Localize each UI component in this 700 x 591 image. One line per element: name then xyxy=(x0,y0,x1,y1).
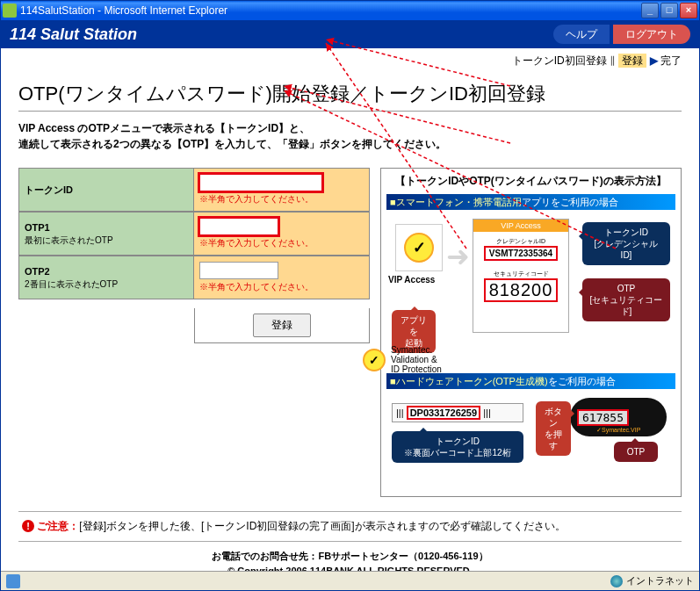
bubble-app: アプリを起動 xyxy=(392,310,436,353)
breadcrumb-step2: 登録 xyxy=(618,54,646,68)
sample-otp: 818200 xyxy=(484,278,559,302)
bubble-otp2: OTP xyxy=(614,442,658,462)
globe-icon xyxy=(610,575,623,587)
otp2-sub: 2番目に表示されたOTP xyxy=(25,278,188,290)
statusbar: イントラネット xyxy=(1,571,699,590)
breadcrumb-step3: 完了 xyxy=(660,54,682,67)
guide-sp-header: ■スマートフォン・携帯電話用アプリをご利用の場合 xyxy=(386,194,675,210)
ie-status-icon xyxy=(6,574,20,588)
ie-icon xyxy=(3,4,17,18)
topbar: 114 Salut Station ヘルプ ログアウト xyxy=(1,20,699,48)
help-button[interactable]: ヘルプ xyxy=(553,25,610,44)
otp2-hint: ※半角で入力してください。 xyxy=(199,281,364,293)
token-label: トークンID xyxy=(18,168,194,212)
titlebar[interactable]: 114SalutStation - Microsoft Internet Exp… xyxy=(1,1,699,20)
otp1-hint: ※半角で入力してください。 xyxy=(199,237,364,249)
guide-hw-header: ■ハードウェアトークン(OTP生成機)をご利用の場合 xyxy=(386,373,675,389)
token-hint: ※半角で入力してください。 xyxy=(199,193,364,205)
guide-title: 【トークンIDやOTP(ワンタイムパスワード)の表示方法】 xyxy=(386,174,675,189)
token-input[interactable] xyxy=(199,174,322,191)
app-screen: VIP Access クレデンシャルIDVSMT72335364 セキュリティコ… xyxy=(473,219,569,333)
lead-line2: 連続して表示される2つの異なる【OTP】を入力して、「登録」ボタンを押してくださ… xyxy=(18,136,682,152)
otp1-sub: 最初に表示されたOTP xyxy=(25,234,188,246)
logout-button[interactable]: ログアウト xyxy=(613,25,690,44)
minimize-button[interactable]: _ xyxy=(641,3,659,18)
breadcrumb: トークンID初回登録 ‖ 登録 ▶ 完了 xyxy=(1,48,699,74)
register-button[interactable]: 登録 xyxy=(253,314,311,337)
content: 114 Salut Station ヘルプ ログアウト トークンID初回登録 ‖… xyxy=(1,20,699,571)
close-button[interactable]: × xyxy=(680,3,697,18)
page-title: OTP(ワンタイムパスワード)開始登録／トークンID初回登録 xyxy=(18,81,682,112)
bubble-tokenid2: トークンID※裏面バーコード上部12桁 xyxy=(392,431,523,463)
app-icon: ✓ xyxy=(395,224,443,271)
bubble-btn: ボタンを押す xyxy=(536,401,571,456)
chevron-right-icon: ▶ xyxy=(650,54,658,67)
maximize-button[interactable]: □ xyxy=(660,3,678,18)
zone-label: イントラネット xyxy=(626,574,694,587)
footer: お電話でのお問合せ先：FBサポートセンター（0120-456-119） © Co… xyxy=(18,542,682,571)
brand: 114 Salut Station xyxy=(10,25,137,44)
otp1-input[interactable] xyxy=(199,218,278,235)
otp2-input[interactable] xyxy=(199,262,278,279)
hw-token: 617855 ✓Symantec.VIP xyxy=(570,398,667,436)
window-title: 114SalutStation - Microsoft Internet Exp… xyxy=(20,4,641,17)
caution: ! ご注意：[登録]ボタンを押した後、[トークンID初回登録の完了画面]が表示さ… xyxy=(18,511,682,542)
check-icon: ✓ xyxy=(404,233,434,263)
bubble-otp: OTP[セキュリティコード] xyxy=(582,278,670,321)
otp2-label: OTP2 xyxy=(25,265,188,277)
hw-token-display: 617855 xyxy=(577,409,629,426)
barcode: ||| DP0331726259 ||| xyxy=(392,403,523,422)
sample-token-id: VSMT72335364 xyxy=(484,246,558,261)
arrow-right-icon: ➜ xyxy=(446,240,470,273)
otp1-label: OTP1 xyxy=(25,221,188,234)
lead-line1: VIP Access のOTPメニューで表示される【トークンID】と、 xyxy=(18,120,682,136)
warning-icon: ! xyxy=(22,520,34,532)
guide-panel: 【トークンIDやOTP(ワンタイムパスワード)の表示方法】 ■スマートフォン・携… xyxy=(380,168,682,497)
window: 114SalutStation - Microsoft Internet Exp… xyxy=(0,0,700,591)
bubble-tokenid: トークンID[クレデンシャルID] xyxy=(582,222,670,265)
breadcrumb-step1: トークンID初回登録 xyxy=(512,54,607,67)
app-name: VIP Access xyxy=(388,275,435,285)
